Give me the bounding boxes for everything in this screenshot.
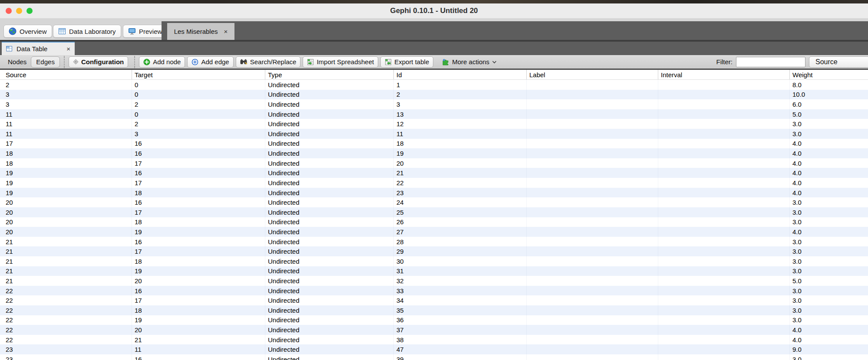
cell[interactable]: 4.0: [789, 325, 868, 335]
table-row[interactable]: 2220Undirected374.0: [0, 325, 868, 335]
cell[interactable]: [658, 266, 789, 276]
cell[interactable]: [658, 237, 789, 247]
cell[interactable]: 17: [132, 207, 265, 217]
cell[interactable]: [658, 139, 789, 149]
cell[interactable]: 17: [132, 295, 265, 305]
tab-data-table[interactable]: Data Table ×: [2, 42, 75, 55]
cell[interactable]: [526, 276, 658, 286]
cell[interactable]: Undirected: [265, 266, 393, 276]
table-row[interactable]: 2118Undirected303.0: [0, 256, 868, 266]
cell[interactable]: [658, 197, 789, 207]
cell[interactable]: 3.0: [789, 315, 868, 325]
cell[interactable]: 26: [393, 217, 526, 227]
cell[interactable]: 33: [393, 286, 526, 296]
cell[interactable]: 22: [0, 295, 132, 305]
cell[interactable]: 35: [393, 305, 526, 315]
column-header[interactable]: Target: [132, 70, 265, 79]
cell[interactable]: Undirected: [265, 197, 393, 207]
cell[interactable]: Undirected: [265, 168, 393, 178]
cell[interactable]: [658, 109, 789, 119]
column-header[interactable]: Weight: [789, 70, 868, 79]
cell[interactable]: 21: [0, 266, 132, 276]
cell[interactable]: [526, 354, 658, 360]
cell[interactable]: 4.0: [789, 139, 868, 149]
cell[interactable]: 37: [393, 325, 526, 335]
cell[interactable]: 8.0: [789, 80, 868, 90]
cell[interactable]: [526, 119, 658, 129]
add-node-button[interactable]: Add node: [139, 56, 185, 68]
cell[interactable]: 20: [0, 197, 132, 207]
cell[interactable]: 16: [132, 197, 265, 207]
cell[interactable]: 11: [0, 129, 132, 139]
cell[interactable]: [658, 99, 789, 109]
cell[interactable]: 4.0: [789, 188, 868, 198]
cell[interactable]: 3.0: [789, 295, 868, 305]
cell[interactable]: Undirected: [265, 237, 393, 247]
cell[interactable]: 4.0: [789, 168, 868, 178]
cell[interactable]: Undirected: [265, 80, 393, 90]
cell[interactable]: 3: [132, 129, 265, 139]
cell[interactable]: 21: [0, 237, 132, 247]
cell[interactable]: Undirected: [265, 335, 393, 345]
cell[interactable]: Undirected: [265, 286, 393, 296]
table-row[interactable]: 2216Undirected333.0: [0, 286, 868, 296]
cell[interactable]: 3.0: [789, 266, 868, 276]
cell[interactable]: 5.0: [789, 109, 868, 119]
table-row[interactable]: 2218Undirected353.0: [0, 305, 868, 315]
cell[interactable]: 21: [0, 256, 132, 266]
cell[interactable]: Undirected: [265, 99, 393, 109]
table-row[interactable]: 2221Undirected384.0: [0, 335, 868, 345]
cell[interactable]: 6.0: [789, 99, 868, 109]
cell[interactable]: 17: [132, 246, 265, 256]
cell[interactable]: 3.0: [789, 354, 868, 360]
column-header[interactable]: Source: [0, 70, 132, 79]
cell[interactable]: [658, 188, 789, 198]
cell[interactable]: [658, 354, 789, 360]
cell[interactable]: 4.0: [789, 227, 868, 237]
table-row[interactable]: 2016Undirected243.0: [0, 197, 868, 207]
cell[interactable]: 39: [393, 354, 526, 360]
cell[interactable]: Undirected: [265, 227, 393, 237]
cell[interactable]: 24: [393, 197, 526, 207]
cell[interactable]: 12: [393, 119, 526, 129]
table-row[interactable]: 2119Undirected313.0: [0, 266, 868, 276]
table-row[interactable]: 2117Undirected293.0: [0, 246, 868, 256]
cell[interactable]: 21: [393, 168, 526, 178]
cell[interactable]: Undirected: [265, 178, 393, 188]
cell[interactable]: 3.0: [789, 256, 868, 266]
cell[interactable]: 22: [393, 178, 526, 188]
cell[interactable]: [658, 335, 789, 345]
cell[interactable]: 3.0: [789, 246, 868, 256]
cell[interactable]: 19: [132, 315, 265, 325]
cell[interactable]: 3.0: [789, 217, 868, 227]
cell[interactable]: [658, 315, 789, 325]
table-row[interactable]: 32Undirected36.0: [0, 99, 868, 109]
table-row[interactable]: 1817Undirected204.0: [0, 158, 868, 168]
cell[interactable]: 3: [393, 99, 526, 109]
table-row[interactable]: 1816Undirected194.0: [0, 148, 868, 158]
cell[interactable]: Undirected: [265, 139, 393, 149]
cell[interactable]: [658, 90, 789, 100]
cell[interactable]: 2: [132, 99, 265, 109]
cell[interactable]: [526, 246, 658, 256]
cell[interactable]: [658, 286, 789, 296]
cell[interactable]: [526, 139, 658, 149]
cell[interactable]: 20: [0, 207, 132, 217]
cell[interactable]: [526, 286, 658, 296]
cell[interactable]: 3.0: [789, 119, 868, 129]
cell[interactable]: [658, 256, 789, 266]
cell[interactable]: [526, 227, 658, 237]
cell[interactable]: 22: [0, 305, 132, 315]
cell[interactable]: 17: [132, 158, 265, 168]
cell[interactable]: 22: [0, 315, 132, 325]
cell[interactable]: Undirected: [265, 217, 393, 227]
cell[interactable]: Undirected: [265, 256, 393, 266]
cell[interactable]: 3.0: [789, 197, 868, 207]
cell[interactable]: 11: [393, 129, 526, 139]
cell[interactable]: [526, 178, 658, 188]
cell[interactable]: 16: [132, 139, 265, 149]
column-header[interactable]: Label: [526, 70, 658, 79]
cell[interactable]: Undirected: [265, 148, 393, 158]
cell[interactable]: [526, 305, 658, 315]
overview-button[interactable]: Overview: [3, 25, 52, 38]
